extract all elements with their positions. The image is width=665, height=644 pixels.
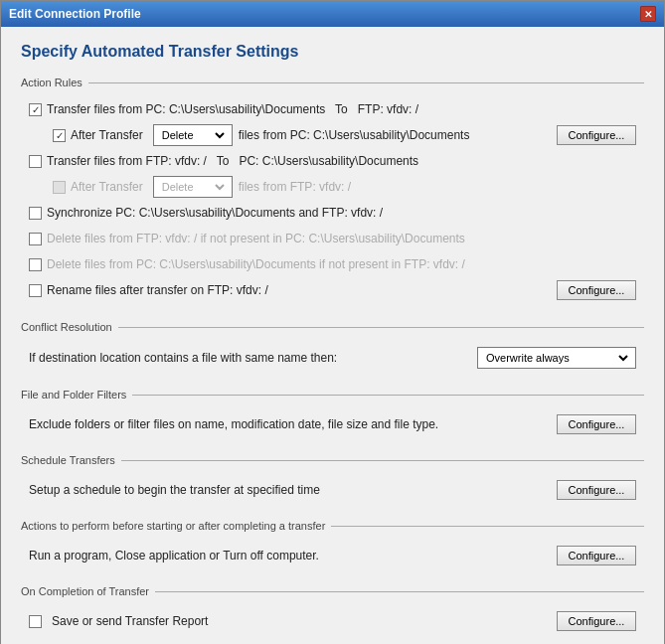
actions-before-after-header: Actions to perform before starting or af…: [21, 520, 644, 532]
page-title: Specify Automated Transfer Settings: [21, 43, 644, 61]
schedule-transfers-header: Schedule Transfers: [21, 454, 644, 466]
titlebar: Edit Connection Profile ✕: [1, 1, 664, 27]
actions-before-after-divider: [331, 526, 644, 527]
rule2-row: Transfer files from FTP: vfdv: / To PC: …: [29, 150, 636, 172]
on-completion-content: Save or send Transfer Report Configure..…: [21, 603, 644, 639]
rule6-configure-btn[interactable]: Configure...: [557, 280, 636, 300]
rule6-row: Rename files after transfer on FTP: vfdv…: [29, 279, 636, 301]
completion-text: Save or send Transfer Report: [52, 614, 557, 628]
filter-configure-btn[interactable]: Configure...: [557, 414, 636, 434]
rule4-text: Delete files from FTP: vfdv: / if not pr…: [47, 232, 636, 245]
main-window: Edit Connection Profile ✕ Specify Automa…: [0, 0, 665, 644]
rule2-after-checkbox[interactable]: [53, 181, 66, 194]
action-rules-content: Transfer files from PC: C:\Users\usabili…: [21, 94, 644, 309]
conflict-row: If destination location contains a file …: [29, 343, 636, 373]
rule3-checkbox[interactable]: [29, 207, 42, 220]
action-rules-header: Action Rules: [21, 77, 644, 88]
file-folder-filters-header: File and Folder Filters: [21, 389, 644, 401]
filter-text: Exclude folders or filter files on name,…: [29, 417, 557, 431]
conflict-text: If destination location contains a file …: [29, 351, 477, 365]
on-completion-label: On Completion of Transfer: [21, 585, 149, 597]
rule2-after-row: After Transfer Delete Move Nothing files…: [29, 176, 636, 198]
rule1-checkbox[interactable]: [29, 103, 42, 116]
completion-configure-btn[interactable]: Configure...: [557, 611, 636, 631]
rule5-row: Delete files from PC: C:\Users\usability…: [29, 253, 636, 275]
schedule-transfers-divider: [121, 460, 644, 461]
rule1-after-checkbox[interactable]: [53, 129, 66, 142]
content-area: Specify Automated Transfer Settings Acti…: [1, 27, 664, 644]
conflict-dropdown[interactable]: Overwrite always Overwrite if newer Skip…: [482, 351, 631, 365]
actions-before-after-content: Run a program, Close application or Turn…: [21, 538, 644, 573]
rule1-after-label: After Transfer: [71, 128, 143, 142]
rule1-after-suffix: files from PC: C:\Users\usability\Docume…: [239, 128, 470, 142]
action-rules-divider: [88, 82, 644, 83]
schedule-text: Setup a schedule to begin the transfer a…: [29, 483, 557, 497]
rule2-after-label: After Transfer: [71, 180, 143, 194]
rule2-action-select[interactable]: Delete Move Nothing: [153, 176, 233, 198]
rule6-checkbox[interactable]: [29, 284, 42, 297]
filter-row: Exclude folders or filter files on name,…: [29, 410, 636, 438]
schedule-transfers-section: Schedule Transfers Setup a schedule to b…: [21, 454, 644, 508]
schedule-row: Setup a schedule to begin the transfer a…: [29, 476, 636, 504]
actions-before-after-label: Actions to perform before starting or af…: [21, 520, 325, 532]
titlebar-title: Edit Connection Profile: [9, 7, 141, 21]
conflict-select-box[interactable]: Overwrite always Overwrite if newer Skip…: [477, 347, 636, 369]
rule1-configure-btn[interactable]: Configure...: [557, 125, 636, 145]
rule3-text: Synchronize PC: C:\Users\usability\Docum…: [47, 206, 636, 220]
file-folder-filters-label: File and Folder Filters: [21, 389, 126, 401]
rule1-action-select[interactable]: Delete Move Nothing: [153, 124, 233, 146]
action-rules-label: Action Rules: [21, 77, 83, 88]
rule4-row: Delete files from FTP: vfdv: / if not pr…: [29, 228, 636, 249]
completion-checkbox[interactable]: [29, 615, 42, 628]
schedule-transfers-label: Schedule Transfers: [21, 454, 115, 466]
conflict-resolution-header: Conflict Resolution: [21, 321, 644, 333]
rule4-checkbox[interactable]: [29, 233, 42, 245]
file-folder-filters-content: Exclude folders or filter files on name,…: [21, 406, 644, 442]
rule2-checkbox[interactable]: [29, 155, 42, 168]
rule1-action-dropdown[interactable]: Delete Move Nothing: [158, 128, 228, 142]
conflict-resolution-content: If destination location contains a file …: [21, 339, 644, 377]
rule5-checkbox[interactable]: [29, 258, 42, 271]
rule1-row: Transfer files from PC: C:\Users\usabili…: [29, 98, 636, 120]
action-rules-section: Action Rules Transfer files from PC: C:\…: [21, 77, 644, 309]
schedule-configure-btn[interactable]: Configure...: [557, 480, 636, 500]
actions-before-after-section: Actions to perform before starting or af…: [21, 520, 644, 573]
completion-row: Save or send Transfer Report Configure..…: [29, 607, 636, 635]
on-completion-divider: [155, 591, 644, 592]
rule2-action-dropdown[interactable]: Delete Move Nothing: [158, 180, 228, 194]
rule6-text: Rename files after transfer on FTP: vfdv…: [47, 283, 557, 297]
on-completion-header: On Completion of Transfer: [21, 585, 644, 597]
conflict-resolution-divider: [118, 327, 644, 328]
schedule-transfers-content: Setup a schedule to begin the transfer a…: [21, 472, 644, 508]
rule1-after-row: After Transfer Delete Move Nothing files…: [29, 124, 636, 146]
actions-row: Run a program, Close application or Turn…: [29, 542, 636, 569]
conflict-resolution-section: Conflict Resolution If destination locat…: [21, 321, 644, 377]
actions-text: Run a program, Close application or Turn…: [29, 549, 557, 563]
on-completion-section: On Completion of Transfer Save or send T…: [21, 585, 644, 639]
rule2-text: Transfer files from FTP: vfdv: / To PC: …: [47, 154, 636, 168]
file-folder-filters-section: File and Folder Filters Exclude folders …: [21, 389, 644, 442]
rule2-after-suffix: files from FTP: vfdv: /: [239, 180, 351, 194]
file-folder-filters-divider: [132, 395, 644, 396]
actions-configure-btn[interactable]: Configure...: [557, 546, 636, 565]
close-button[interactable]: ✕: [640, 6, 656, 22]
rule1-text: Transfer files from PC: C:\Users\usabili…: [47, 102, 636, 116]
rule5-text: Delete files from PC: C:\Users\usability…: [47, 257, 636, 271]
rule3-row: Synchronize PC: C:\Users\usability\Docum…: [29, 202, 636, 224]
conflict-resolution-label: Conflict Resolution: [21, 321, 112, 333]
